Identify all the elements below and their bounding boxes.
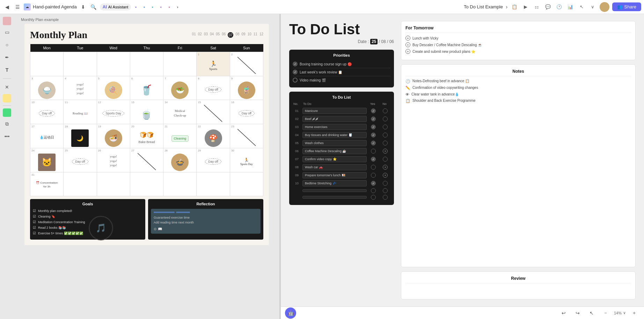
todo-input-04[interactable]: Buy tissues and drinking water 🧻 xyxy=(302,132,367,138)
download-icon[interactable]: ⬇ xyxy=(79,3,87,11)
todo-yes-05[interactable]: ✓ xyxy=(371,141,376,146)
menu-icon[interactable]: ☰ xyxy=(13,3,22,11)
cell-chinese[interactable]: 17 💧运动日 xyxy=(30,124,64,148)
cell-empty-row6-2[interactable] xyxy=(64,172,97,196)
todo-input-06[interactable]: Coffee Machine Descaling ☕ xyxy=(302,148,367,154)
todo-input-02[interactable]: Beef 🌶🌶 xyxy=(302,116,367,122)
comment-icon[interactable]: 💬 xyxy=(544,3,552,11)
cell-pink-drink[interactable]: 6 🥤 xyxy=(130,76,163,100)
todo-no-09[interactable]: ✕ xyxy=(383,173,388,178)
tool-color-swatch[interactable] xyxy=(3,17,11,25)
cell-day-off-2[interactable]: 10 Day off xyxy=(30,100,64,124)
cell-empty-4[interactable] xyxy=(130,52,163,76)
tool-more[interactable]: ••• xyxy=(1,131,13,142)
todo-no-02[interactable] xyxy=(383,116,388,121)
cell-day-off-4[interactable]: 25 Day off xyxy=(64,148,97,172)
todo-yes-01[interactable]: ✓ xyxy=(371,108,376,113)
cell-empty-5[interactable] xyxy=(163,52,197,76)
cell-medical[interactable]: 14 MedicalCheck-up xyxy=(163,100,197,124)
chevron-down-icon[interactable]: ∨ xyxy=(588,3,597,11)
tool-text[interactable]: T xyxy=(1,64,13,76)
todo-input-08[interactable]: Wash car 🚗 xyxy=(302,164,367,170)
tab-3[interactable]: ▪ xyxy=(149,4,156,10)
cell-empty-1[interactable] xyxy=(30,52,64,76)
cell-bake-bread[interactable]: 20 🍞🍞 Bake Bread xyxy=(130,124,163,148)
cell-empty-2[interactable] xyxy=(64,52,97,76)
tool-rect[interactable]: ▭ xyxy=(1,27,13,38)
todo-yes-02[interactable]: ✓ xyxy=(371,116,376,121)
cell-candy[interactable]: 5 🍭 xyxy=(97,76,130,100)
cell-mushroom[interactable]: 22 🍄 xyxy=(197,124,230,148)
grid-icon[interactable]: ⚏ xyxy=(533,3,541,11)
cell-sports-day-2[interactable]: 30 🏃 Sports Day xyxy=(230,148,263,172)
todo-yes-06[interactable] xyxy=(371,149,376,154)
tab-more[interactable]: › xyxy=(174,4,181,10)
todo-input-e2[interactable] xyxy=(302,196,367,199)
expand-icon[interactable]: › xyxy=(506,4,507,10)
tool-layers[interactable]: ⧉ xyxy=(1,118,13,129)
todo-no-05[interactable] xyxy=(383,141,388,146)
todo-yes-10[interactable]: ✓ xyxy=(371,181,376,186)
todo-input-01[interactable]: Manicure xyxy=(302,108,367,114)
cell-reading[interactable]: 11 Reading 📖 xyxy=(64,100,97,124)
todo-input-03[interactable]: Home exercises xyxy=(302,124,367,130)
cell-yoga-2[interactable]: 26 yoga!yoga!yoga! xyxy=(97,148,130,172)
todo-no-01[interactable] xyxy=(383,108,388,113)
tab-ai[interactable]: AI AI Assistant xyxy=(100,3,131,10)
cell-pink-cup[interactable]: 13 🍵 xyxy=(130,100,163,124)
back-icon[interactable]: ◀ xyxy=(3,3,11,11)
share-button[interactable]: 👥 Share xyxy=(612,2,641,11)
ai-assist-btn[interactable]: 🤖 xyxy=(285,307,296,319)
right-panel-tab[interactable]: To Do List Example xyxy=(464,4,503,9)
cell-sports[interactable]: 1 🏃 Sports xyxy=(197,52,230,76)
cell-empty-row6-3[interactable] xyxy=(97,172,130,196)
search-icon[interactable]: 🔍 xyxy=(89,3,98,11)
cell-food-rice[interactable]: 3 🍚 xyxy=(30,76,64,100)
cell-food-bowl[interactable]: 7 🥗 xyxy=(163,76,197,100)
todo-no-10[interactable] xyxy=(383,181,388,186)
undo-btn[interactable]: ↩ xyxy=(558,307,569,319)
cell-diagonal-4[interactable]: 27 xyxy=(130,148,163,172)
cursor-rt-icon[interactable]: ↖ xyxy=(577,3,586,11)
chart-icon[interactable]: 📊 xyxy=(566,3,575,11)
zoom-in-btn[interactable]: ＋ xyxy=(629,307,640,319)
play-icon[interactable]: ▶ xyxy=(521,3,530,11)
cell-day-off-5[interactable]: 29 Day off xyxy=(197,148,230,172)
tab-1[interactable]: ▪ xyxy=(132,4,139,10)
todo-yes-04[interactable]: ✓ xyxy=(371,133,376,137)
todo-yes-e2[interactable] xyxy=(371,195,376,200)
cell-empty-row6-5[interactable] xyxy=(163,172,197,196)
tool-circle[interactable]: ○ xyxy=(1,39,13,50)
month-11[interactable]: 11 xyxy=(254,32,257,38)
month-05[interactable]: 05 xyxy=(216,32,220,38)
todo-no-04[interactable] xyxy=(383,133,388,137)
cell-drink[interactable]: 9 🧋 xyxy=(230,76,263,100)
todo-no-03[interactable] xyxy=(383,125,388,129)
zoom-out-btn[interactable]: － xyxy=(600,307,611,319)
month-12[interactable]: 12 xyxy=(259,32,263,38)
tab-5[interactable]: ▪ xyxy=(166,4,173,10)
cell-empty-row6-6[interactable] xyxy=(197,172,230,196)
cell-empty-row6-4[interactable] xyxy=(130,172,163,196)
todo-input-07[interactable]: Confirm video copy ⭐ xyxy=(302,156,367,162)
todo-no-07[interactable] xyxy=(383,157,388,162)
clock-icon[interactable]: 🕐 xyxy=(555,3,563,11)
priority-check-1[interactable]: ✓ xyxy=(293,62,298,66)
todo-input-10[interactable]: Bedtime Stretching 💤 xyxy=(302,180,367,186)
todo-no-e1[interactable] xyxy=(383,188,388,193)
month-10[interactable]: 10 xyxy=(248,32,251,38)
cell-noodle[interactable]: 19 🍜 xyxy=(97,124,130,148)
tool-eraser[interactable]: ✕ xyxy=(1,81,13,93)
month-08[interactable]: 08 xyxy=(235,32,239,38)
month-02[interactable]: 02 xyxy=(198,32,202,38)
cell-cleaning[interactable]: 21 Cleaning xyxy=(163,124,197,148)
cell-empty-3[interactable] xyxy=(97,52,130,76)
cell-cat[interactable]: 24 🐱 xyxy=(30,148,64,172)
month-01[interactable]: 01 xyxy=(192,32,196,38)
tab-4[interactable]: ▪ xyxy=(158,4,164,10)
todo-yes-09[interactable] xyxy=(371,173,376,178)
tool-green[interactable] xyxy=(3,108,11,117)
month-06[interactable]: 06 xyxy=(222,32,226,38)
cell-concentration[interactable]: 31 ⏰ Concentrationfor 3h xyxy=(30,172,64,196)
todo-no-06[interactable]: ✕ xyxy=(383,149,388,154)
